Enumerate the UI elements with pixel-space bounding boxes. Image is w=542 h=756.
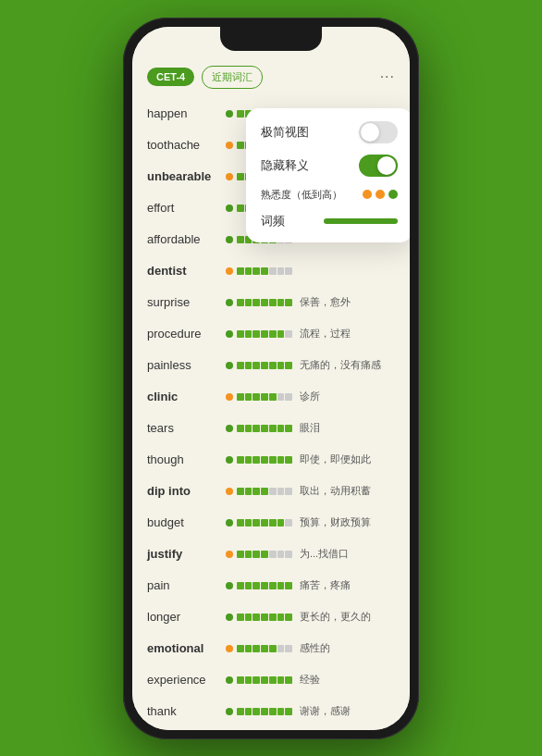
frequency-bar xyxy=(237,613,292,621)
word-text: painless xyxy=(147,358,226,372)
frequency-row: 词频 xyxy=(261,213,398,229)
word-row[interactable]: clinic诊所 xyxy=(132,381,410,413)
word-row[interactable]: pain痛苦，疼痛 xyxy=(132,570,410,601)
familiarity-dot xyxy=(226,173,233,180)
word-row[interactable]: surprise保善，愈外 xyxy=(132,287,410,318)
word-row[interactable]: though即使，即便如此 xyxy=(132,444,410,476)
simple-view-toggle[interactable] xyxy=(359,121,398,143)
phone-screen: CET-4 近期词汇 ··· happentoothacheunbearable… xyxy=(132,27,410,730)
word-row[interactable]: tears眼泪 xyxy=(132,413,410,444)
word-text: experience xyxy=(147,673,226,687)
frequency-bar xyxy=(237,519,292,527)
familiarity-dot xyxy=(226,236,233,243)
familiarity-dot xyxy=(226,708,233,715)
familiarity-dot xyxy=(226,613,233,621)
word-meaning: 感性的 xyxy=(300,641,395,655)
word-text: tears xyxy=(147,421,226,435)
frequency-bar xyxy=(237,393,292,401)
word-meaning: 为...找借口 xyxy=(300,547,395,561)
word-text: clinic xyxy=(147,390,226,403)
frequency-bar xyxy=(237,456,292,464)
word-row[interactable]: justify为...找借口 xyxy=(132,539,410,570)
familiarity-dot xyxy=(226,456,233,464)
screen-content: CET-4 近期词汇 ··· happentoothacheunbearable… xyxy=(132,27,410,730)
familiarity-dots xyxy=(363,190,398,199)
frequency-bar xyxy=(237,676,292,684)
word-meaning: 无痛的，没有痛感 xyxy=(300,358,395,372)
familiarity-dot xyxy=(226,582,233,589)
familiarity-dot xyxy=(226,110,233,118)
fam-dot-2 xyxy=(376,190,385,199)
hide-meaning-toggle[interactable] xyxy=(359,155,398,177)
toggle-knob xyxy=(361,123,379,142)
frequency-bar xyxy=(237,425,292,432)
familiarity-dot xyxy=(226,142,233,149)
word-row[interactable]: budget预算，财政预算 xyxy=(132,507,410,539)
word-text: pain xyxy=(147,578,226,592)
more-options-button[interactable]: ··· xyxy=(380,68,395,85)
word-row[interactable]: dentist xyxy=(132,255,410,287)
frequency-bar xyxy=(237,488,292,495)
simple-view-label: 极简视图 xyxy=(261,124,309,141)
word-text: effort xyxy=(147,201,226,215)
word-text: procedure xyxy=(147,327,226,341)
frequency-bar xyxy=(237,299,292,306)
frequency-bar xyxy=(324,218,398,224)
word-meaning: 预算，财政预算 xyxy=(300,515,395,529)
word-text: dip into xyxy=(147,484,226,498)
familiarity-dot xyxy=(226,519,233,527)
word-text: surprise xyxy=(147,295,226,309)
word-row[interactable]: experience经验 xyxy=(132,664,410,696)
word-row[interactable]: procedure流程，过程 xyxy=(132,318,410,350)
word-text: affordable xyxy=(147,232,226,246)
word-text: longer xyxy=(147,610,226,624)
word-meaning: 谢谢，感谢 xyxy=(300,704,395,718)
word-text: emotional xyxy=(147,641,226,655)
word-text: toothache xyxy=(147,138,226,152)
familiarity-dot xyxy=(226,645,233,652)
word-meaning: 即使，即便如此 xyxy=(300,452,395,466)
word-meaning: 保善，愈外 xyxy=(300,295,395,309)
word-text: dentist xyxy=(147,264,226,278)
word-row[interactable]: painless无痛的，没有痛感 xyxy=(132,350,410,381)
word-meaning: 取出，动用积蓄 xyxy=(300,484,395,498)
simple-view-row: 极简视图 xyxy=(261,121,398,143)
word-row[interactable]: longer更长的，更久的 xyxy=(132,601,410,633)
familiarity-dot xyxy=(226,488,233,495)
familiarity-label: 熟悉度（低到高） xyxy=(261,188,342,202)
word-row[interactable]: emotional感性的 xyxy=(132,633,410,664)
frequency-bar xyxy=(237,267,292,275)
word-text: budget xyxy=(147,515,226,529)
familiarity-dot xyxy=(226,299,233,306)
frequency-bar xyxy=(237,330,292,338)
familiarity-dot xyxy=(226,676,233,684)
phone-frame: CET-4 近期词汇 ··· happentoothacheunbearable… xyxy=(123,18,419,739)
fam-dot-3 xyxy=(388,190,398,199)
familiarity-dot xyxy=(226,425,233,432)
hide-meaning-row: 隐藏释义 xyxy=(261,155,398,177)
frequency-label: 词频 xyxy=(261,213,285,229)
cet-tag[interactable]: CET-4 xyxy=(147,68,194,86)
word-text: though xyxy=(147,452,226,466)
toggle-knob-2 xyxy=(377,156,396,175)
word-row[interactable]: feared害怕的 xyxy=(132,727,410,730)
settings-popup: 极简视图 隐藏释义 熟悉度（低到高） xyxy=(246,108,410,242)
header: CET-4 近期词汇 ··· xyxy=(132,58,410,94)
word-meaning: 经验 xyxy=(300,673,395,687)
word-row[interactable]: thank谢谢，感谢 xyxy=(132,696,410,727)
recent-tag[interactable]: 近期词汇 xyxy=(202,66,263,89)
word-row[interactable]: dip into取出，动用积蓄 xyxy=(132,476,410,507)
frequency-bar xyxy=(237,582,292,589)
frequency-bar xyxy=(237,645,292,652)
familiarity-dot xyxy=(226,267,233,275)
familiarity-dot xyxy=(226,204,233,212)
familiarity-row: 熟悉度（低到高） xyxy=(261,188,398,202)
hide-meaning-label: 隐藏释义 xyxy=(261,157,309,174)
word-text: unbearable xyxy=(147,169,226,183)
frequency-bar xyxy=(237,551,292,558)
word-text: happen xyxy=(147,106,226,120)
word-meaning: 更长的，更久的 xyxy=(300,610,395,624)
word-meaning: 痛苦，疼痛 xyxy=(300,578,395,592)
familiarity-dot xyxy=(226,393,233,401)
familiarity-dot xyxy=(226,362,233,369)
